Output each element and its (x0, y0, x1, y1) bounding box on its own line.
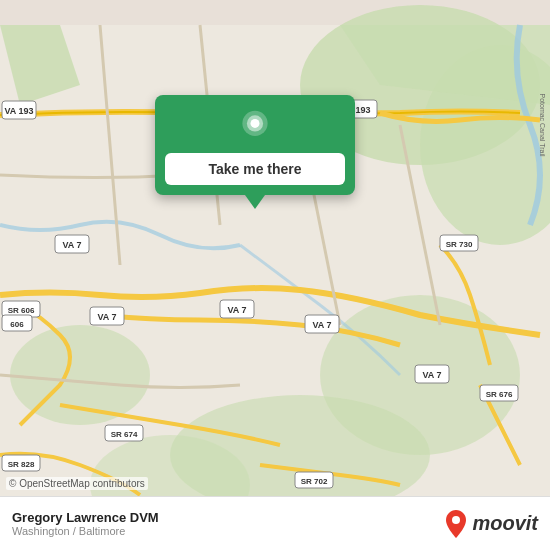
moovit-pin-icon (444, 510, 468, 538)
map-attribution: © OpenStreetMap contributors (6, 477, 148, 490)
svg-text:VA 7: VA 7 (227, 305, 246, 315)
svg-text:VA 193: VA 193 (4, 106, 33, 116)
svg-text:606: 606 (10, 320, 24, 329)
location-subtitle: Washington / Baltimore (12, 525, 159, 537)
svg-text:VA 7: VA 7 (312, 320, 331, 330)
svg-text:VA 7: VA 7 (97, 312, 116, 322)
moovit-logo: moovit (444, 510, 538, 538)
take-me-there-button[interactable]: Take me there (165, 153, 345, 185)
moovit-text: moovit (472, 512, 538, 535)
map-container: VA 193 VA 193 VA 193 VA 7 VA 7 VA 7 VA 7… (0, 0, 550, 550)
svg-text:SR 606: SR 606 (8, 306, 35, 315)
bottom-bar: Gregory Lawrence DVM Washington / Baltim… (0, 496, 550, 550)
location-title: Gregory Lawrence DVM (12, 510, 159, 525)
svg-text:SR 730: SR 730 (446, 240, 473, 249)
svg-point-43 (452, 516, 460, 524)
location-popup: Take me there (155, 95, 355, 195)
svg-text:VA 7: VA 7 (422, 370, 441, 380)
svg-point-42 (251, 119, 260, 128)
pin-icon (237, 109, 273, 145)
svg-text:SR 676: SR 676 (486, 390, 513, 399)
svg-text:Potomac Canal Trail: Potomac Canal Trail (539, 93, 546, 156)
location-info: Gregory Lawrence DVM Washington / Baltim… (12, 510, 159, 537)
svg-text:SR 828: SR 828 (8, 460, 35, 469)
map-svg: VA 193 VA 193 VA 193 VA 7 VA 7 VA 7 VA 7… (0, 0, 550, 550)
svg-text:SR 702: SR 702 (301, 477, 328, 486)
svg-text:VA 7: VA 7 (62, 240, 81, 250)
svg-text:SR 674: SR 674 (111, 430, 138, 439)
